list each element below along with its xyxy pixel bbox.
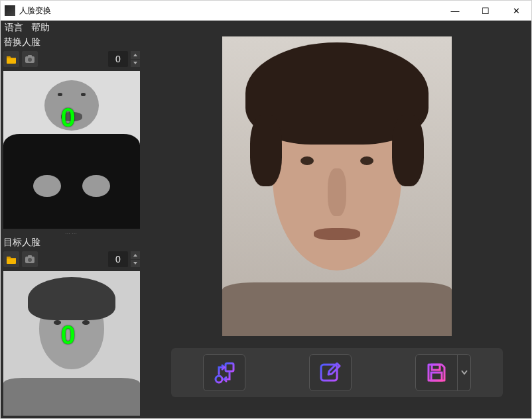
source-thumbnail[interactable]: 0 xyxy=(3,71,140,229)
source-open-folder-button[interactable] xyxy=(3,51,19,67)
source-face-annotation: 0 xyxy=(61,103,76,133)
minimize-button[interactable]: — xyxy=(440,1,470,21)
menubar: 语言 帮助 xyxy=(1,21,143,35)
svg-rect-2 xyxy=(28,55,32,57)
result-preview[interactable] xyxy=(222,36,452,336)
swap-button[interactable] xyxy=(203,354,245,391)
save-button[interactable] xyxy=(415,354,458,391)
camera-icon xyxy=(25,255,35,264)
app-icon xyxy=(5,5,15,16)
target-index-down[interactable] xyxy=(131,260,140,268)
target-index-spinner xyxy=(131,251,140,267)
source-panel-label: 替换人脸 xyxy=(1,35,143,50)
maximize-button[interactable]: ☐ xyxy=(470,1,501,21)
action-bar xyxy=(171,348,503,397)
source-camera-button[interactable] xyxy=(22,51,38,67)
source-portrait-image xyxy=(3,71,140,229)
window-controls: — ☐ ✕ xyxy=(440,1,531,21)
edit-icon xyxy=(317,359,344,386)
target-panel-label: 目标人脸 xyxy=(1,235,143,250)
target-face-index[interactable]: 0 xyxy=(108,251,128,267)
source-face-index[interactable]: 0 xyxy=(108,51,128,67)
target-index-up[interactable] xyxy=(131,251,140,259)
source-index-spinner xyxy=(131,51,140,67)
close-button[interactable]: ✕ xyxy=(501,1,531,21)
svg-rect-9 xyxy=(432,365,440,370)
folder-icon xyxy=(6,54,17,64)
source-index-up[interactable] xyxy=(131,51,140,59)
camera-icon xyxy=(25,54,35,64)
svg-rect-10 xyxy=(431,373,442,381)
menu-help[interactable]: 帮助 xyxy=(31,22,50,34)
folder-icon xyxy=(6,255,17,264)
target-face-annotation: 0 xyxy=(61,320,76,350)
target-toolbar: 0 xyxy=(1,250,143,269)
svg-point-6 xyxy=(216,376,222,383)
target-open-folder-button[interactable] xyxy=(3,251,19,267)
chevron-down-icon xyxy=(461,370,468,375)
svg-point-4 xyxy=(28,258,32,262)
edit-button[interactable] xyxy=(309,354,352,391)
svg-rect-7 xyxy=(226,363,233,371)
target-thumbnail[interactable]: 0 xyxy=(3,271,140,416)
result-portrait-image xyxy=(222,36,452,336)
menu-language[interactable]: 语言 xyxy=(5,22,23,34)
swap-icon xyxy=(211,359,237,386)
save-dropdown-button[interactable] xyxy=(458,354,471,391)
titlebar: 人脸变换 — ☐ ✕ xyxy=(1,1,531,21)
svg-point-1 xyxy=(28,58,32,62)
source-toolbar: 0 xyxy=(1,50,143,68)
save-icon xyxy=(423,359,450,386)
target-camera-button[interactable] xyxy=(22,251,38,267)
sidebar: 语言 帮助 替换人脸 0 xyxy=(1,21,143,418)
main-area xyxy=(143,21,531,418)
source-index-down[interactable] xyxy=(131,60,140,68)
window-title: 人脸变换 xyxy=(19,5,440,17)
svg-rect-5 xyxy=(28,255,32,257)
